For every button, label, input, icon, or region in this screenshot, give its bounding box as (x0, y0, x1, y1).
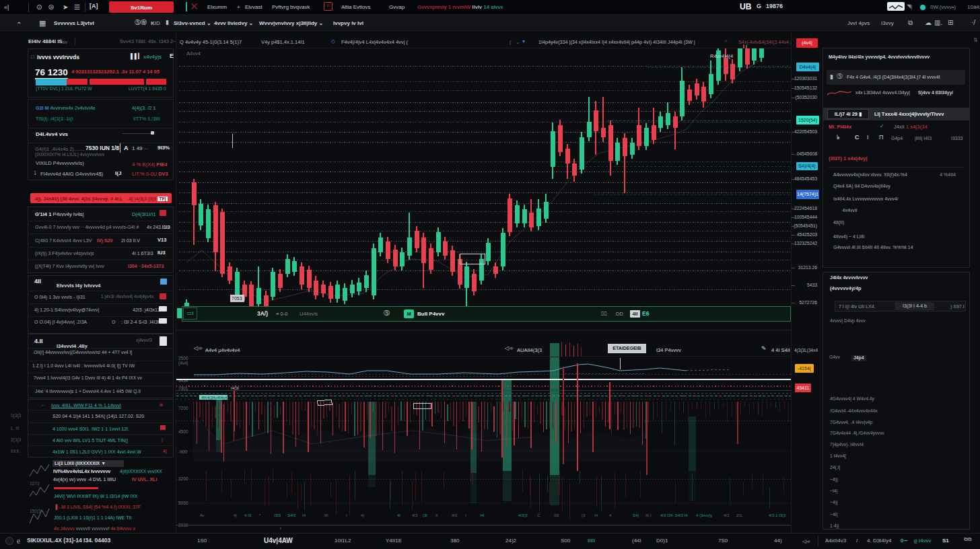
svg-text:4) I: 4) I (645, 513, 652, 517)
svg-text:4): 4) (234, 513, 237, 517)
svg-text:(3I: (3I (423, 513, 427, 517)
svg-text:4): 4) (361, 513, 364, 517)
svg-text:7053: 7053 (232, 296, 242, 301)
svg-text:R4vv4I4(4: R4vv4I4(4 (710, 53, 733, 59)
svg-text:4I3: 4I3 (452, 513, 458, 517)
svg-text:(4v4|: (4v4| (178, 361, 188, 366)
svg-text:S6: S6 (554, 513, 559, 517)
svg-text:5000: 5000 (178, 501, 188, 505)
svg-text:4I3: 4I3 (724, 513, 730, 517)
svg-text:I: I (346, 513, 347, 517)
svg-text:(3: (3 (582, 513, 586, 517)
svg-text:2I2.: 2I2. (736, 513, 743, 517)
svg-text:I4(3I: I4(3I (231, 386, 239, 390)
svg-text:3200: 3200 (178, 476, 188, 481)
svg-text:S4): S4) (633, 513, 639, 517)
svg-text:-900: -900 (178, 449, 187, 454)
svg-text:4 I3: 4 I3 (244, 513, 252, 517)
svg-text:S4I3: S4I3 (287, 513, 296, 517)
svg-text:4I3 1 I3(3: 4I3 1 I3(3 (769, 513, 786, 517)
svg-text:4 (3vvv)y: 4 (3vvv)y (696, 513, 712, 517)
svg-text:↑: ↑ (279, 526, 282, 531)
svg-text:4v: 4v (200, 513, 204, 517)
svg-text:I4: I4 (302, 513, 306, 517)
svg-text:*: * (259, 513, 261, 517)
svg-text:I3I3: I3I3 (274, 513, 281, 517)
svg-text:7200: 7200 (178, 406, 188, 410)
svg-text:4I3(3: 4I3(3 (518, 513, 528, 517)
svg-text:4I3: 4I3 (412, 513, 418, 517)
svg-text:C: C (537, 513, 540, 517)
svg-text:.W.: .W. (323, 513, 329, 517)
svg-text:I4I: I4I (480, 513, 485, 517)
svg-text:I: I (465, 513, 466, 517)
svg-text:4: 4 (609, 513, 612, 517)
svg-text:4I: 4I (397, 513, 400, 517)
svg-text:4500: 4500 (178, 429, 188, 434)
svg-text:4%4(34x4I4x4: 4%4(34x4I4x4 (201, 396, 228, 400)
svg-text:I4: I4 (594, 513, 598, 517)
svg-text:4: 4 (435, 513, 438, 517)
svg-text:4I3 I34. S4I3 I4: 4I3 I34. S4I3 I4 (660, 513, 688, 517)
